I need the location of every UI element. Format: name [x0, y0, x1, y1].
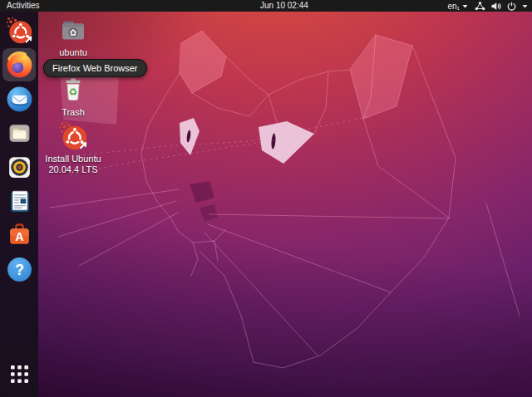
files-icon [6, 120, 33, 147]
ubuntu-installer-icon [4, 16, 34, 46]
dock-item-show-applications[interactable] [2, 357, 36, 390]
ubuntu-software-icon: A [6, 222, 33, 249]
dock-item-install-ubuntu[interactable] [2, 14, 36, 47]
desktop-icon-label: Trash [62, 107, 85, 118]
volume-icon [491, 2, 501, 11]
install-label-line2: 20.04.4 LTS [45, 164, 101, 175]
trash-icon: ♻ [59, 76, 87, 105]
dropdown-caret-icon [522, 4, 528, 8]
svg-text:?: ? [15, 261, 24, 277]
help-icon: ? [6, 256, 33, 283]
activities-button[interactable]: Activities [7, 0, 39, 12]
desktop-icon-install-ubuntu[interactable]: Install Ubuntu 20.04.4 LTS [40, 120, 106, 175]
desktop-icon-label: Install Ubuntu 20.04.4 LTS [45, 154, 101, 175]
system-menu[interactable] [475, 1, 528, 11]
dock: A ? [0, 12, 38, 397]
firefox-tooltip: Firefox Web Browser [43, 59, 147, 77]
rhythmbox-icon [6, 154, 33, 181]
dock-item-thunderbird[interactable] [2, 82, 36, 115]
dock-item-files[interactable] [2, 116, 36, 149]
ubuntu-installer-icon [57, 120, 89, 152]
chevron-down-icon [462, 4, 468, 8]
input-source-indicator[interactable]: en₁ [448, 2, 469, 11]
show-applications-icon [10, 365, 29, 384]
tooltip-text: Firefox Web Browser [52, 63, 138, 73]
dock-item-rhythmbox[interactable] [2, 150, 36, 184]
firefox-icon [6, 51, 33, 79]
power-icon [507, 2, 516, 11]
network-icon [475, 1, 485, 11]
dock-item-libreoffice-writer[interactable] [2, 184, 36, 218]
clock[interactable]: Jun 10 02:44 [260, 0, 308, 12]
top-bar: Activities Jun 10 02:44 en₁ [0, 0, 532, 12]
svg-text:A: A [15, 230, 24, 243]
dock-item-firefox[interactable] [2, 48, 36, 81]
desktop-icon-home-folder[interactable]: ubuntu [40, 16, 106, 58]
dock-item-help[interactable]: ? [2, 252, 36, 286]
input-source-label: en₁ [448, 2, 461, 11]
dock-item-ubuntu-software[interactable]: A [2, 218, 36, 252]
libreoffice-writer-icon [6, 188, 33, 215]
desktop-icon-label: ubuntu [59, 47, 87, 58]
home-folder-icon [58, 16, 88, 46]
thunderbird-icon [6, 86, 33, 113]
desktop-icon-trash[interactable]: ♻ Trash [40, 76, 106, 118]
ubuntu-desktop: Activities Jun 10 02:44 en₁ [0, 0, 532, 397]
install-label-line1: Install Ubuntu [45, 154, 101, 164]
svg-text:♻: ♻ [69, 86, 78, 98]
